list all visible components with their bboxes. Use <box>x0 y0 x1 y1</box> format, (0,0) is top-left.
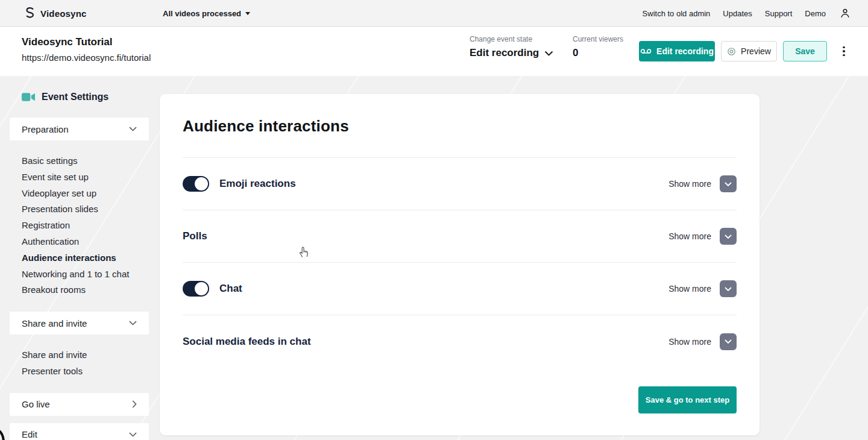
link-support[interactable]: Support <box>765 9 793 18</box>
row-label: Social media feeds in chat <box>183 336 311 348</box>
sidebar-section-edit[interactable]: Edit <box>10 423 149 440</box>
save-and-next-step-button[interactable]: Save & go to next step <box>638 386 737 413</box>
caret-down-icon <box>245 12 250 15</box>
sidebar-item-videoplayer-set-up[interactable]: Videoplayer set up <box>22 186 149 202</box>
sidebar-section-go-live[interactable]: Go live <box>10 393 149 416</box>
video-camera-icon <box>22 92 36 102</box>
videos-processed-label: All videos processed <box>163 9 241 18</box>
save-label: Save <box>795 46 815 56</box>
sidebar-item-event-site-set-up[interactable]: Event site set up <box>22 169 149 186</box>
expand-row-button[interactable] <box>720 228 737 245</box>
chevron-down-icon <box>725 339 732 344</box>
expand-row-button[interactable] <box>720 280 737 297</box>
preview-label: Preview <box>741 46 771 56</box>
sidebar-item-presentation-slides[interactable]: Presentation slides <box>22 201 149 218</box>
edit-recording-label: Edit recording <box>656 46 714 56</box>
videosync-logo-icon <box>24 7 36 20</box>
row-emoji-reactions: Emoji reactions Show more <box>183 158 737 210</box>
row-label: Emoji reactions <box>219 178 296 190</box>
sidebar-item-audience-interactions[interactable]: Audience interactions <box>22 250 149 266</box>
audience-interactions-panel: Audience interactions Emoji reactions Sh… <box>160 94 760 435</box>
current-viewers-group: Current viewers 0 <box>573 35 623 59</box>
chevron-down-icon <box>129 127 137 131</box>
user-icon <box>839 7 851 19</box>
sidebar: Event Settings Preparation Basic setting… <box>10 92 149 440</box>
event-state-group: Change event state Edit recording <box>470 35 553 59</box>
sidebar-title: Event Settings <box>10 92 149 102</box>
share-invite-label: Share and invite <box>22 318 87 328</box>
event-state-dropdown[interactable]: Edit recording <box>470 47 553 59</box>
preparation-label: Preparation <box>22 124 69 134</box>
sidebar-item-share-and-invite[interactable]: Share and invite <box>22 347 149 363</box>
chevron-down-icon <box>725 182 732 186</box>
show-more-link[interactable]: Show more <box>668 231 711 241</box>
row-chat: Chat Show more <box>183 263 737 315</box>
sidebar-item-registration[interactable]: Registration <box>22 218 149 234</box>
go-live-label: Go live <box>22 399 50 409</box>
top-bar: Videosync All videos processed Switch to… <box>0 0 868 27</box>
chevron-down-icon <box>129 321 137 325</box>
preview-button[interactable]: Preview <box>721 41 777 61</box>
edit-recording-button[interactable]: Edit recording <box>639 41 715 61</box>
brand-logo[interactable]: Videosync <box>24 0 87 27</box>
top-links: Switch to old admin Updates Support Demo <box>643 0 826 27</box>
expand-row-button[interactable] <box>720 175 737 192</box>
preview-eye-icon <box>727 47 736 56</box>
chevron-down-icon <box>725 234 732 239</box>
show-more-link[interactable]: Show more <box>668 284 711 294</box>
row-social-media-feeds: Social media feeds in chat Show more <box>183 315 737 368</box>
row-label: Polls <box>183 230 207 242</box>
chat-toggle[interactable] <box>183 281 209 297</box>
sidebar-item-breakout-rooms[interactable]: Breakout rooms <box>22 282 149 298</box>
link-updates[interactable]: Updates <box>723 9 752 18</box>
show-more-link[interactable]: Show more <box>668 337 711 347</box>
link-switch-old-admin[interactable]: Switch to old admin <box>643 9 711 18</box>
emoji-reactions-toggle[interactable] <box>183 176 209 192</box>
header-buttons: Edit recording Preview Save <box>639 41 848 61</box>
chevron-down-icon <box>544 51 553 56</box>
sidebar-item-presenter-tools[interactable]: Presenter tools <box>22 363 149 380</box>
sidebar-section-share-and-invite[interactable]: Share and invite <box>10 312 149 335</box>
chevron-down-icon <box>129 432 137 437</box>
row-polls: Polls Show more <box>183 210 737 263</box>
page-title: Audience interactions <box>183 117 737 136</box>
user-account-button[interactable] <box>839 0 851 27</box>
row-label: Chat <box>219 283 242 295</box>
event-state-value: Edit recording <box>470 47 539 59</box>
event-header: Videosync Tutorial https://demo.videosyn… <box>0 27 868 76</box>
sidebar-item-basic-settings[interactable]: Basic settings <box>22 153 149 169</box>
link-demo[interactable]: Demo <box>805 9 826 18</box>
more-options-kebab-menu[interactable] <box>840 44 848 59</box>
preparation-items: Basic settings Event site set up Videopl… <box>10 140 149 304</box>
event-url[interactable]: https://demo.videosync.fi/tutorial <box>22 52 151 63</box>
current-viewers-count: 0 <box>573 47 623 59</box>
event-title: Videosync Tutorial <box>22 36 113 48</box>
sidebar-item-networking-1to1-chat[interactable]: Networking and 1 to 1 chat <box>22 266 149 283</box>
sidebar-section-preparation[interactable]: Preparation <box>10 118 149 140</box>
save-button[interactable]: Save <box>783 41 827 61</box>
settings-rows: Emoji reactions Show more Polls Show mor… <box>183 157 737 368</box>
recording-icon <box>640 48 652 55</box>
edit-label: Edit <box>22 429 37 439</box>
sidebar-title-label: Event Settings <box>42 92 108 102</box>
chevron-down-icon <box>725 287 732 291</box>
sidebar-item-authentication[interactable]: Authentication <box>22 234 149 250</box>
expand-row-button[interactable] <box>720 333 737 350</box>
share-invite-items: Share and invite Presenter tools <box>10 335 149 386</box>
current-viewers-label: Current viewers <box>573 35 623 43</box>
show-more-link[interactable]: Show more <box>668 179 711 189</box>
chevron-right-icon <box>132 400 137 408</box>
event-state-label: Change event state <box>470 35 553 43</box>
brand-name: Videosync <box>40 8 87 19</box>
videos-processed-dropdown[interactable]: All videos processed <box>163 0 250 27</box>
